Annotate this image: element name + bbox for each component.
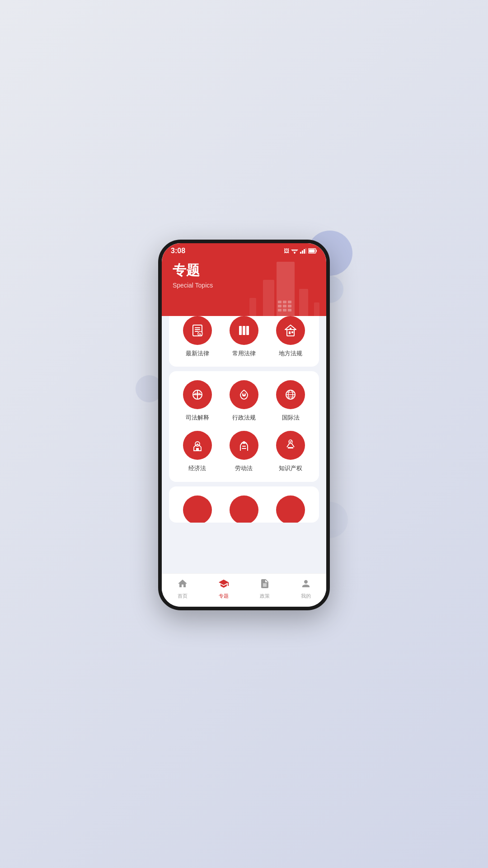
icon-grid-2: 司法解释 行政法规 — [176, 380, 312, 472]
topics-icon — [218, 578, 229, 591]
svg-rect-18 — [243, 326, 245, 335]
nav-policy[interactable]: 政策 — [244, 578, 285, 599]
judicial-item[interactable]: 司法解释 — [176, 380, 218, 422]
svg-point-40 — [243, 441, 245, 444]
scroll-content[interactable]: N 最新法律 — [162, 302, 326, 573]
signal-icon — [300, 248, 306, 254]
nav-home[interactable]: 首页 — [162, 578, 203, 599]
latest-law-item[interactable]: N 最新法律 — [176, 316, 218, 358]
svg-rect-21 — [289, 331, 291, 334]
svg-rect-39 — [196, 448, 199, 451]
svg-rect-10 — [309, 250, 315, 253]
camera-icon: 🖼 — [284, 248, 289, 254]
svg-rect-4 — [300, 252, 301, 254]
latest-law-label: 最新法律 — [186, 349, 209, 358]
more-icon-3 — [276, 495, 305, 523]
svg-rect-42 — [242, 448, 246, 449]
intl-law-icon — [276, 380, 305, 409]
svg-rect-24 — [290, 328, 291, 330]
svg-point-31 — [243, 393, 245, 395]
admin-law-item[interactable]: 行政法规 — [223, 380, 265, 422]
svg-rect-6 — [304, 249, 305, 254]
common-law-item[interactable]: 常用法律 — [223, 316, 265, 358]
judicial-icon — [183, 380, 212, 409]
more-item-1[interactable] — [176, 495, 218, 523]
policy-icon — [259, 578, 270, 591]
labor-law-item[interactable]: 劳动法 — [223, 431, 265, 472]
card-laws-advanced: 司法解释 行政法规 — [169, 371, 319, 481]
nav-topics[interactable]: 专题 — [203, 578, 244, 599]
econ-law-icon: $ — [183, 431, 212, 460]
more-icon-1 — [183, 495, 212, 523]
local-law-item[interactable]: 地方法规 — [270, 316, 312, 358]
nav-home-label: 首页 — [178, 593, 188, 599]
judicial-label: 司法解释 — [186, 414, 209, 422]
svg-rect-19 — [246, 326, 249, 335]
status-icons: 🖼 — [284, 248, 317, 254]
battery-icon — [308, 248, 317, 254]
local-law-label: 地方法规 — [279, 349, 302, 358]
icon-grid-3 — [176, 495, 312, 523]
phone-screen: 3:08 🖼 — [162, 243, 326, 607]
intl-law-item[interactable]: 国际法 — [270, 380, 312, 422]
svg-rect-12 — [195, 327, 200, 328]
more-icon-2 — [230, 495, 258, 523]
status-bar: 3:08 🖼 — [162, 243, 326, 257]
header: 专题 Special Topics — [162, 257, 326, 316]
svg-rect-41 — [242, 446, 246, 447]
svg-rect-43 — [288, 447, 293, 448]
wifi-icon — [291, 248, 298, 254]
user-icon — [300, 578, 311, 591]
nav-mine-label: 我的 — [301, 593, 311, 599]
more-item-3[interactable] — [270, 495, 312, 523]
ip-law-item[interactable]: 知识产权 — [270, 431, 312, 472]
icon-grid-1: N 最新法律 — [176, 316, 312, 358]
svg-rect-22 — [291, 331, 293, 333]
local-law-icon — [276, 316, 305, 345]
phone-frame: 3:08 🖼 — [158, 240, 330, 610]
svg-rect-5 — [302, 250, 303, 254]
nav-policy-label: 政策 — [260, 593, 270, 599]
status-time: 3:08 — [171, 247, 185, 255]
econ-law-label: 经济法 — [188, 464, 206, 472]
card-laws-more — [169, 486, 319, 523]
nav-topics-label: 专题 — [219, 593, 229, 599]
header-building — [258, 257, 313, 316]
common-law-label: 常用法律 — [232, 349, 256, 358]
nav-mine[interactable]: 我的 — [285, 578, 326, 599]
ip-law-label: 知识产权 — [279, 464, 302, 472]
ip-law-icon — [276, 431, 305, 460]
home-icon — [177, 578, 188, 591]
svg-rect-17 — [239, 326, 242, 335]
more-item-2[interactable] — [223, 495, 265, 523]
svg-rect-9 — [316, 250, 317, 252]
admin-law-label: 行政法规 — [232, 414, 256, 422]
intl-law-label: 国际法 — [282, 414, 300, 422]
labor-law-icon — [230, 431, 258, 460]
admin-law-icon — [230, 380, 258, 409]
bottom-nav: 首页 专题 政策 — [162, 573, 326, 607]
econ-law-item[interactable]: $ 经济法 — [176, 431, 218, 472]
labor-law-label: 劳动法 — [235, 464, 253, 472]
latest-law-icon: N — [183, 316, 212, 345]
svg-rect-7 — [305, 248, 306, 254]
common-law-icon — [230, 316, 258, 345]
svg-text:N: N — [199, 333, 201, 336]
svg-rect-13 — [195, 329, 200, 330]
svg-rect-14 — [195, 331, 198, 332]
